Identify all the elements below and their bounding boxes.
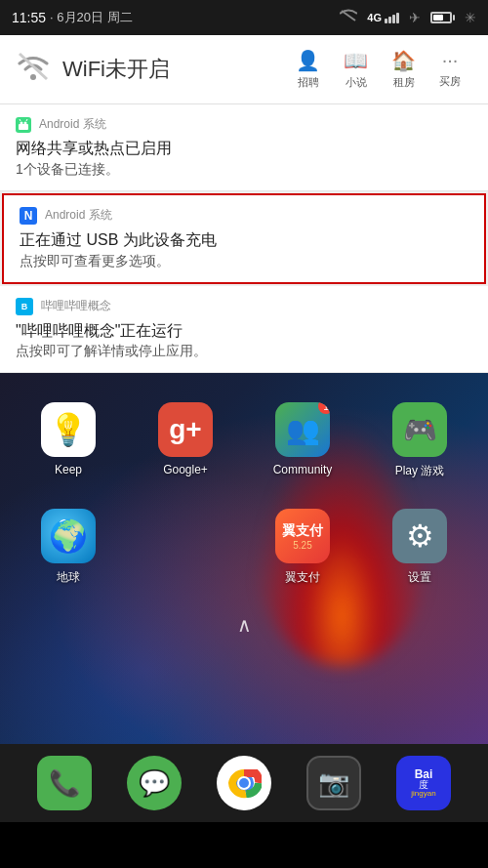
bluetooth-disabled-icon: ✳ (465, 10, 476, 25)
yizhifu-icon-wrapper: 翼支付 5.25 (275, 509, 330, 563)
wifi-shortcuts: 👤 招聘 📖 小说 🏠 租房 ··· 买房 (284, 45, 472, 94)
settings-gear-icon: ⚙ (406, 517, 434, 555)
recruit-icon: 👤 (296, 49, 320, 72)
community-icon: 👥 (286, 414, 320, 446)
date-display: · 6月20日 周二 (50, 9, 133, 26)
settings-icon-wrapper: ⚙ (392, 509, 447, 563)
app-grid-row2: 🌍 地球 翼支付 5.25 翼支付 ⚙ 设置 (0, 499, 488, 605)
app-keep[interactable]: 💡 Keep (10, 393, 127, 489)
recruit-label: 招聘 (298, 75, 319, 90)
rent-icon: 🏠 (391, 49, 416, 72)
novel-icon: 📖 (344, 49, 368, 72)
android-system-icon-1 (16, 117, 31, 133)
gplus-logo-icon: g+ (169, 414, 201, 445)
settings-label: 设置 (408, 569, 431, 586)
bilibili-icon: B (16, 298, 33, 315)
rent-label: 租房 (393, 75, 415, 90)
notif-title-2: 正在通过 USB 为此设备充电 (20, 230, 468, 251)
buy-label: 买房 (439, 74, 461, 89)
svg-line-7 (26, 119, 27, 121)
earth-globe-icon: 🌍 (49, 517, 88, 555)
dock-baidu[interactable]: Bai 度 jingyan (396, 756, 451, 810)
yizhifu-logo-icon: 翼支付 (282, 522, 323, 540)
earth-label: 地球 (57, 569, 80, 586)
notification-item-3[interactable]: B 哔哩哔哩概念 "哔哩哔哩概念"正在运行 点按即可了解详情或停止应用。 (0, 286, 488, 374)
novel-label: 小说 (346, 75, 367, 90)
yizhifu-label: 翼支付 (285, 569, 320, 586)
svg-point-4 (20, 121, 23, 124)
yizhifu-version: 5.25 (293, 540, 311, 551)
svg-point-11 (239, 778, 249, 788)
app-grid-row1: 💡 Keep g+ Google+ 👥 1 Community 🎮 Play 游… (0, 373, 488, 499)
dock-phone[interactable]: 📞 (37, 756, 92, 810)
notif-title-3: "哔哩哔哩概念"正在运行 (16, 321, 472, 342)
keep-icon-wrapper: 💡 (41, 402, 96, 457)
wifi-off-icon (16, 52, 51, 88)
4g-icon: 4G (367, 12, 399, 23)
notification-panel: WiFi未开启 👤 招聘 📖 小说 🏠 租房 ··· 买房 (0, 35, 488, 373)
keep-bulb-icon: 💡 (49, 411, 88, 448)
chat-icon: 💬 (139, 768, 170, 799)
app-settings[interactable]: ⚙ 设置 (361, 499, 478, 596)
notif-appname-2: Android 系统 (45, 207, 112, 224)
home-screen: 💡 Keep g+ Google+ 👥 1 Community 🎮 Play 游… (0, 373, 488, 744)
dock-chrome[interactable] (217, 756, 271, 810)
battery-icon (430, 12, 455, 23)
community-badge: 1 (318, 402, 330, 414)
android-n-icon: N (20, 207, 37, 225)
buy-icon: ··· (442, 49, 459, 71)
notif-header-3: B 哔哩哔哩概念 (16, 298, 472, 315)
keep-label: Keep (55, 463, 82, 476)
phone-icon: 📞 (49, 768, 80, 799)
notification-item-2[interactable]: N Android 系统 正在通过 USB 为此设备充电 点按即可查看更多选项。 (2, 193, 486, 284)
status-left: 11:55 · 6月20日 周二 (12, 9, 133, 26)
shortcut-recruit[interactable]: 👤 招聘 (284, 45, 332, 94)
dock: 📞 💬 📷 Bai 度 jingyan (0, 744, 488, 822)
app-community[interactable]: 👥 1 Community (244, 393, 361, 489)
shortcut-buy[interactable]: ··· 买房 (427, 45, 472, 94)
camera-icon: 📷 (318, 768, 349, 799)
notif-header-2: N Android 系统 (20, 207, 468, 225)
dock-camera[interactable]: 📷 (306, 756, 361, 810)
status-bar: 11:55 · 6月20日 周二 4G ✈ (0, 0, 488, 35)
status-right: 4G ✈ ✳ (340, 9, 476, 26)
app-playgames[interactable]: 🎮 Play 游戏 (361, 393, 478, 489)
no-wifi-icon (340, 9, 357, 26)
playgames-label: Play 游戏 (395, 463, 445, 479)
app-earth[interactable]: 🌍 地球 (10, 499, 127, 596)
playgames-icon-wrapper: 🎮 (392, 402, 447, 457)
notif-title-1: 网络共享或热点已启用 (16, 139, 472, 159)
notif-header-1: Android 系统 (16, 116, 472, 133)
notif-body-2: 点按即可查看更多选项。 (20, 253, 468, 270)
svg-point-1 (30, 74, 36, 80)
notif-body-3: 点按即可了解详情或停止应用。 (16, 343, 472, 360)
time-display: 11:55 (12, 10, 46, 25)
shortcut-rent[interactable]: 🏠 租房 (380, 45, 427, 94)
app-yizhifu[interactable]: 翼支付 5.25 翼支付 (244, 499, 361, 596)
svg-point-5 (24, 121, 27, 124)
notif-appname-1: Android 系统 (39, 116, 106, 133)
svg-rect-3 (19, 124, 28, 130)
gplus-icon-wrapper: g+ (158, 402, 213, 457)
playgames-icon: 🎮 (403, 414, 437, 446)
svg-line-6 (20, 119, 20, 121)
swipe-indicator[interactable]: ∧ (0, 605, 488, 644)
wifi-icon-area (16, 52, 51, 88)
notif-body-1: 1个设备已连接。 (16, 161, 472, 179)
earth-icon-wrapper: 🌍 (41, 509, 96, 563)
notification-item-1[interactable]: Android 系统 网络共享或热点已启用 1个设备已连接。 (0, 104, 488, 191)
gplus-label: Google+ (163, 463, 208, 476)
community-icon-wrapper: 👥 1 (275, 402, 330, 457)
notif-appname-3: 哔哩哔哩概念 (41, 298, 111, 314)
shortcut-novel[interactable]: 📖 小说 (332, 45, 380, 94)
wifi-status-text: WiFi未开启 (62, 55, 284, 84)
swipe-chevron-icon: ∧ (237, 613, 252, 637)
no-bluetooth-icon: ✈ (409, 10, 421, 25)
community-label: Community (273, 463, 333, 476)
app-googleplus[interactable]: g+ Google+ (127, 393, 244, 489)
dock-chat[interactable]: 💬 (127, 756, 182, 810)
wifi-bar: WiFi未开启 👤 招聘 📖 小说 🏠 租房 ··· 买房 (0, 35, 488, 104)
svg-marker-0 (439, 13, 443, 22)
